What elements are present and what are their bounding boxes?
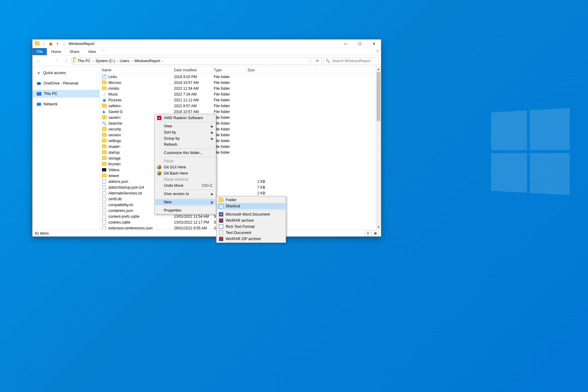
context-menu: ▲AMD Radeon SoftwareView▶Sort by▶Group b… <box>154 114 216 214</box>
table-row[interactable]: Microso2018 10:57 AMFile folder <box>100 80 381 85</box>
file-type: File folder <box>212 92 246 96</box>
menu-item[interactable]: View▶ <box>155 123 215 129</box>
scroll-thumb[interactable] <box>377 72 380 121</box>
file-type: File folder <box>212 145 246 149</box>
crumb-windowsreport[interactable]: WindowsReport <box>133 59 161 63</box>
sidebar-item-network[interactable]: Network <box>32 100 100 108</box>
title-bar: | ▣ ▾ | WindowsReport — ☐ ✕ <box>32 40 381 48</box>
chevron-right-icon: ▶ <box>211 201 213 204</box>
menu-item[interactable]: Git GUI Here <box>155 164 215 170</box>
maximize-button[interactable]: ☐ <box>353 40 367 48</box>
table-row[interactable]: settings2022 11:54 AMFile folder <box>100 138 381 144</box>
file-name: AlternateServices.txt <box>108 191 142 195</box>
view-details-button[interactable]: ☰ <box>364 231 371 236</box>
nav-history-dropdown[interactable]: ˅ <box>53 57 61 65</box>
word-icon: W <box>218 212 224 217</box>
table-row[interactable]: Videos <box>100 167 381 173</box>
col-type[interactable]: Type <box>212 66 246 74</box>
menu-item[interactable]: Customize this folder... <box>155 150 215 156</box>
help-icon[interactable]: ? <box>374 48 381 55</box>
file-type: File folder <box>212 127 246 131</box>
table-row[interactable]: saved-t2022 8:57 AMFile folder <box>100 115 381 120</box>
sidebar-item-onedrive[interactable]: OneDrive - Personal <box>32 79 100 87</box>
table-row[interactable]: addonStartup.json.lz413/017 KB <box>100 184 381 190</box>
folder-icon <box>102 156 107 161</box>
file-name: cookies.sqlite <box>108 220 130 224</box>
status-bar: 61 items ☰ ▦ <box>32 230 381 236</box>
amd-icon: ▲ <box>156 115 162 121</box>
col-date[interactable]: Date modified <box>172 66 212 74</box>
nav-back-button[interactable]: ← <box>35 57 42 65</box>
table-row[interactable]: AlternateServices.txt26/012 KB <box>100 190 381 196</box>
menu-item[interactable]: Shortcut <box>217 203 285 209</box>
minimize-button[interactable]: — <box>339 40 353 48</box>
ribbon-tab-home[interactable]: Home <box>47 48 65 55</box>
table-row[interactable]: security2022 11:54 AMFile folder <box>100 126 381 132</box>
menu-item[interactable]: Refresh <box>155 141 215 148</box>
col-name[interactable]: Name˄ <box>100 66 172 74</box>
table-row[interactable]: safebro2022 8:57 AMFile folder <box>100 103 381 109</box>
menu-item[interactable]: Folder <box>217 197 285 203</box>
menu-item[interactable]: Sort by▶ <box>155 129 215 135</box>
menu-item[interactable]: Give access to▶ <box>155 191 215 197</box>
ribbon-expand-icon[interactable]: ˅ <box>100 48 107 55</box>
search-box[interactable]: 🔍 Search WindowsReport <box>323 57 379 65</box>
qat-dropdown-icon[interactable]: ▾ <box>55 41 60 47</box>
crumb-users[interactable]: Users <box>119 59 130 63</box>
addr-dropdown-icon[interactable]: ˅ <box>308 59 310 62</box>
nav-forward-button[interactable]: → <box>44 57 51 65</box>
ribbon-file[interactable]: File <box>32 48 47 55</box>
table-row[interactable]: Links2019 9:03 PMFile folder <box>100 74 381 80</box>
sidebar-item-quick-access[interactable]: ★ Quick access <box>32 69 100 77</box>
file-name: compatibility.ini <box>108 203 133 207</box>
videos-icon <box>102 168 107 172</box>
menu-item[interactable]: WinRAR archive <box>217 217 285 224</box>
scroll-down-icon[interactable]: ▼ <box>376 224 381 230</box>
table-row[interactable]: ♪Music2022 7:34 AMFile folder <box>100 91 381 97</box>
ribbon-tab-share[interactable]: Share <box>65 48 84 55</box>
menu-item[interactable]: ▲AMD Radeon Software <box>155 115 215 121</box>
sidebar-item-this-pc[interactable]: This PC <box>32 90 100 98</box>
refresh-button[interactable]: ⟳ <box>313 57 322 65</box>
crumb-system-c[interactable]: System (C:) <box>94 59 116 63</box>
address-bar[interactable]: › This PC› System (C:)› Users› WindowsRe… <box>72 57 311 65</box>
table-row[interactable]: minidu2022 11:54 AMFile folder <box>100 85 381 91</box>
close-button[interactable]: ✕ <box>367 40 381 48</box>
menu-item[interactable]: Properties <box>155 207 215 213</box>
menu-item[interactable]: Text Document <box>217 230 285 236</box>
table-row[interactable]: thumbn <box>100 161 381 167</box>
table-row[interactable]: storage <box>100 155 381 161</box>
scrollbar[interactable]: ▲ ▼ <box>376 66 381 230</box>
nav-up-button[interactable]: ↑ <box>62 57 70 65</box>
menu-item[interactable]: New▶ <box>155 199 215 205</box>
table-row[interactable]: shader-2022 8:55 AMFile folder <box>100 144 381 149</box>
table-row[interactable]: weave26/01 <box>100 173 381 179</box>
file-type: File folder <box>212 115 246 120</box>
file-type: File folder <box>212 104 246 108</box>
table-row[interactable]: addons.json13/011 KB <box>100 179 381 184</box>
col-size[interactable]: Size <box>246 66 267 74</box>
table-row[interactable]: 🔍Searche2021 11:11 AMFile folder <box>100 120 381 126</box>
view-large-button[interactable]: ▦ <box>372 231 379 236</box>
context-submenu-new: FolderShortcutWMicrosoft Word DocumentWi… <box>216 196 286 243</box>
menu-item[interactable]: Rich Text Format <box>217 224 285 230</box>
table-row[interactable]: startup2022 8:57 AMFile folder <box>100 149 381 155</box>
table-row[interactable]: ▣Pictures2021 11:12 AMFile folder <box>100 97 381 103</box>
menu-item: Paste shortcut <box>155 176 215 183</box>
table-row[interactable]: ▶Saved G2018 10:57 AMFile folder <box>100 109 381 115</box>
file-name: shader- <box>108 145 121 149</box>
menu-item-label: Shortcut <box>226 204 240 208</box>
menu-item-label: View <box>164 124 172 128</box>
menu-item[interactable]: WinRAR ZIP archive <box>217 236 285 242</box>
ribbon-tab-view[interactable]: View <box>84 48 100 55</box>
menu-item[interactable]: Git Bash Here <box>155 170 215 176</box>
table-row[interactable]: session2022 8:57 AMFile folder <box>100 132 381 138</box>
menu-item[interactable]: Group by▶ <box>155 135 215 141</box>
menu-item-label: Undo Move <box>164 183 183 188</box>
crumb-this-pc[interactable]: This PC <box>76 59 92 63</box>
menu-item[interactable]: WMicrosoft Word Document <box>217 211 285 217</box>
menu-item[interactable]: Undo MoveCtrl+Z <box>155 183 215 189</box>
qat-properties-icon[interactable]: ▣ <box>48 41 53 47</box>
file-name: addons.json <box>108 179 128 184</box>
scroll-up-icon[interactable]: ▲ <box>376 66 381 72</box>
